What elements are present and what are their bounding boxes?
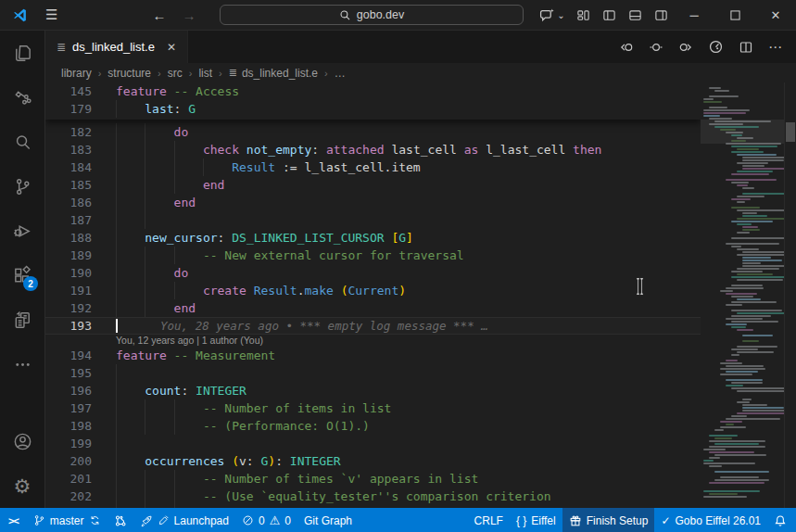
more-actions-icon[interactable]: ⋯ bbox=[768, 39, 783, 56]
copilot-icon[interactable]: ⌄ bbox=[535, 7, 570, 23]
language-item[interactable]: { } Eiffel bbox=[510, 508, 562, 532]
line-number[interactable]: 186 bbox=[45, 194, 92, 211]
back-arrow-icon[interactable]: ← bbox=[152, 7, 166, 23]
customize-layout-icon[interactable] bbox=[570, 0, 596, 30]
account-icon[interactable] bbox=[0, 419, 44, 463]
explorer-icon[interactable] bbox=[0, 31, 44, 75]
prev-change-icon[interactable] bbox=[619, 40, 634, 55]
code-line-194[interactable]: 194feature -- Measurement bbox=[45, 347, 701, 364]
scrollbar-thumb[interactable] bbox=[786, 122, 795, 142]
command-center-search[interactable]: gobo.dev bbox=[220, 5, 524, 25]
branch-item[interactable]: master bbox=[27, 508, 107, 532]
next-change-icon[interactable] bbox=[678, 40, 693, 55]
remote-indicator[interactable]: >< bbox=[0, 508, 27, 532]
minimize-button[interactable]: ─ bbox=[674, 0, 714, 30]
line-number[interactable]: 191 bbox=[45, 282, 92, 299]
maximize-button[interactable] bbox=[714, 0, 755, 30]
line-number[interactable]: 190 bbox=[45, 264, 92, 282]
line-number[interactable]: 183 bbox=[45, 141, 92, 158]
breadcrumb-item[interactable]: list bbox=[198, 67, 212, 80]
code-line-203[interactable]: 203-- if not void, use `=' criterion oth… bbox=[45, 505, 701, 508]
code-line-196[interactable]: 196count: INTEGER bbox=[45, 382, 701, 399]
line-number[interactable]: 145 bbox=[45, 82, 92, 100]
line-number[interactable]: 201 bbox=[45, 470, 92, 488]
code-line-201[interactable]: 201-- Number of times `v' appears in lis… bbox=[45, 470, 701, 488]
code-pane[interactable]: 182do183check not_empty: attached last_c… bbox=[45, 82, 701, 508]
more-views-icon[interactable] bbox=[0, 342, 44, 386]
line-number[interactable]: 182 bbox=[45, 123, 92, 141]
sticky-line-179[interactable]: 179last: G bbox=[45, 100, 701, 118]
code-line-186[interactable]: 186end bbox=[45, 194, 701, 211]
code-line-189[interactable]: 189-- New external cursor for traversal bbox=[45, 247, 701, 264]
breadcrumb-item[interactable]: library bbox=[61, 67, 92, 80]
code-line-183[interactable]: 183check not_empty: attached last_cell a… bbox=[45, 141, 701, 158]
code-line-200[interactable]: 200occurrences (v: G): INTEGER bbox=[45, 452, 701, 470]
code-line-198[interactable]: 198-- (Performance: O(1).) bbox=[45, 417, 701, 435]
breadcrumb-item[interactable]: structure bbox=[107, 67, 151, 80]
notifications-bell-icon[interactable] bbox=[767, 508, 796, 532]
problems-item[interactable]: 0 ⚠ 0 bbox=[235, 508, 297, 532]
line-number[interactable]: 197 bbox=[45, 399, 92, 417]
line-number[interactable]: 196 bbox=[45, 382, 92, 399]
timeline-run-icon[interactable] bbox=[708, 39, 724, 55]
line-number[interactable]: 195 bbox=[45, 364, 92, 382]
code-line-191[interactable]: 191create Result.make (Current) bbox=[45, 282, 701, 299]
split-editor-icon[interactable] bbox=[739, 40, 753, 55]
breadcrumb-file[interactable]: ≣ds_linked_list.e bbox=[229, 67, 318, 80]
extensions-icon[interactable]: 2 bbox=[0, 253, 44, 298]
vertical-scrollbar[interactable] bbox=[784, 82, 796, 508]
git-graph-view-icon[interactable] bbox=[107, 508, 133, 532]
minimap[interactable] bbox=[701, 82, 784, 508]
launchpad-item[interactable]: Launchpad bbox=[133, 508, 235, 532]
line-number[interactable]: 192 bbox=[45, 299, 92, 317]
sticky-line-145[interactable]: 145feature -- Access bbox=[45, 82, 701, 100]
forward-arrow-icon[interactable]: → bbox=[182, 7, 196, 23]
git-graph-item[interactable]: Git Graph bbox=[297, 508, 359, 532]
line-number[interactable]: 194 bbox=[45, 347, 92, 364]
line-number[interactable]: 188 bbox=[45, 229, 92, 247]
line-number[interactable]: 203 bbox=[45, 505, 92, 508]
breadcrumb-more[interactable]: … bbox=[335, 67, 346, 80]
code-line-190[interactable]: 190do bbox=[45, 264, 701, 282]
breadcrumb-item[interactable]: src bbox=[168, 67, 183, 80]
settings-gear-icon[interactable]: ⚙ bbox=[0, 463, 44, 508]
toggle-panel-icon[interactable] bbox=[622, 0, 648, 30]
source-control-icon[interactable] bbox=[0, 164, 44, 209]
line-number[interactable]: 193 bbox=[45, 317, 92, 335]
tab-close-icon[interactable]: ✕ bbox=[167, 41, 176, 54]
line-number[interactable]: 185 bbox=[45, 176, 92, 194]
line-number[interactable]: 200 bbox=[45, 452, 92, 470]
code-line-188[interactable]: 188new_cursor: DS_LINKED_LIST_CURSOR [G] bbox=[45, 229, 701, 247]
line-number[interactable]: 187 bbox=[45, 211, 92, 229]
code-line-199[interactable]: 199 bbox=[45, 435, 701, 452]
code-line-195[interactable]: 195 bbox=[45, 364, 701, 382]
tab-ds-linked-list[interactable]: ≣ ds_linked_list.e ✕ bbox=[45, 31, 188, 63]
line-number[interactable]: 199 bbox=[45, 435, 92, 452]
toggle-secondary-sidebar-icon[interactable] bbox=[648, 0, 674, 30]
current-change-icon[interactable] bbox=[649, 40, 663, 55]
codelens-blame[interactable]: You, 12 years ago | 1 author (You) bbox=[45, 335, 701, 347]
line-number[interactable]: 202 bbox=[45, 488, 92, 505]
code-line-182[interactable]: 182do bbox=[45, 123, 701, 141]
line-number[interactable]: 179 bbox=[45, 100, 92, 118]
pen-graph-icon[interactable] bbox=[0, 75, 44, 120]
menu-icon[interactable]: ☰ bbox=[45, 6, 57, 23]
docs-sync-icon[interactable] bbox=[0, 298, 44, 342]
code-line-197[interactable]: 197-- Number of items in list bbox=[45, 399, 701, 417]
line-number[interactable]: 198 bbox=[45, 417, 92, 435]
line-number[interactable]: 184 bbox=[45, 158, 92, 176]
code-line-202[interactable]: 202-- (Use `equality_tester''s compariso… bbox=[45, 488, 701, 505]
code-line-185[interactable]: 185end bbox=[45, 176, 701, 194]
code-line-192[interactable]: 192end bbox=[45, 299, 701, 317]
gobo-version-item[interactable]: ✓ Gobo Eiffel 26.01 bbox=[654, 508, 767, 532]
code-line-187[interactable]: 187 bbox=[45, 211, 701, 229]
close-button[interactable]: ✕ bbox=[755, 0, 796, 30]
run-debug-icon[interactable] bbox=[0, 209, 44, 253]
finish-setup-item[interactable]: Finish Setup bbox=[562, 508, 655, 532]
search-view-icon[interactable] bbox=[0, 120, 44, 164]
toggle-sidebar-icon[interactable] bbox=[596, 0, 622, 30]
code-line-193[interactable]: 193You, 28 years ago • *** empty log mes… bbox=[45, 317, 701, 335]
code-line-184[interactable]: 184Result := l_last_cell.item bbox=[45, 158, 701, 176]
sticky-scroll[interactable]: 145feature -- Access179last: G bbox=[45, 82, 701, 120]
line-number[interactable]: 189 bbox=[45, 247, 92, 264]
